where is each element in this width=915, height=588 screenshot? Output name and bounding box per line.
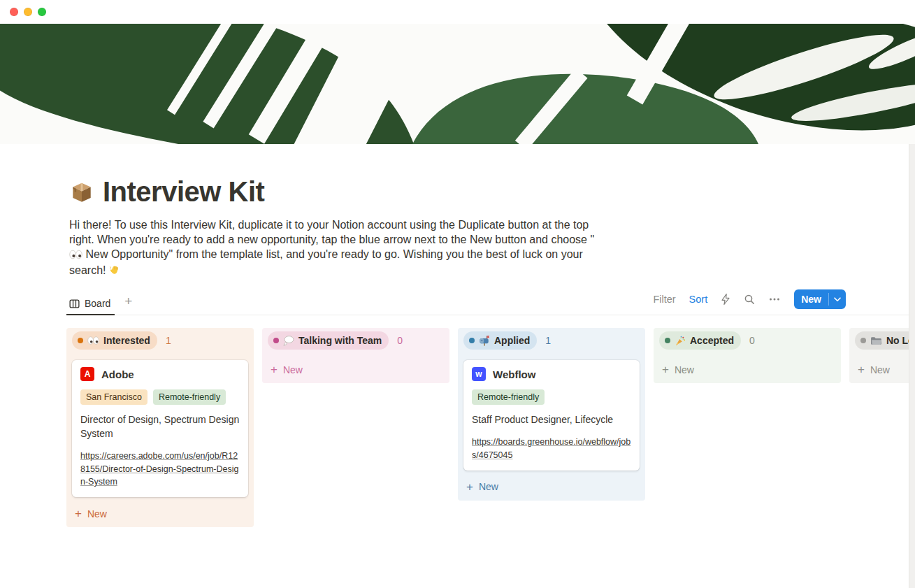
search-icon[interactable]: [744, 294, 755, 305]
card-webflow[interactable]: w Webflow Remote-friendly Staff Product …: [463, 360, 640, 471]
column-label: Applied: [494, 335, 530, 346]
plus-icon: +: [858, 364, 865, 375]
description-text: New Opportunity" from the template list,…: [69, 248, 583, 276]
board-view-icon: [69, 299, 80, 309]
board-column-applied: Applied 1 w Webflow Remote-friendly Staf…: [458, 328, 645, 501]
card-company-name: Webflow: [493, 368, 535, 380]
new-entry-split-button: New: [794, 289, 846, 309]
column-status-pill[interactable]: Applied: [463, 331, 537, 350]
column-header: Talking with Team 0: [268, 331, 444, 350]
plus-icon: +: [466, 481, 473, 493]
add-view-button[interactable]: +: [115, 294, 136, 315]
column-header: Applied 1: [463, 331, 640, 350]
add-card-button[interactable]: + New: [72, 504, 248, 522]
wave-emoji: [109, 264, 120, 279]
view-toolbar: Filter Sort New: [653, 289, 846, 315]
tab-board-label: Board: [85, 298, 110, 309]
filter-button[interactable]: Filter: [653, 294, 675, 305]
column-count: 1: [545, 335, 551, 346]
add-card-label: New: [870, 364, 890, 375]
window-controls: [10, 8, 46, 16]
card-tags: San Francisco Remote-friendly: [80, 389, 240, 405]
card-company-name: Adobe: [101, 368, 134, 380]
add-card-label: New: [283, 364, 303, 375]
card-role: Staff Product Designer, Lifecycle: [472, 413, 631, 427]
status-dot: [665, 338, 670, 343]
board-column-no-longer-interested: No Longer Interested + New: [849, 328, 915, 383]
status-dot: [78, 338, 83, 343]
thought-balloon-emoji: [283, 336, 294, 346]
card-tags: Remote-friendly: [472, 389, 631, 405]
column-header: Interested 1: [72, 331, 248, 350]
monstera-leaves-illustration: [0, 24, 915, 144]
add-card-label: New: [479, 481, 498, 492]
column-label: Interested: [103, 335, 150, 346]
status-dot: [469, 338, 475, 343]
adobe-logo: A: [80, 367, 94, 381]
sort-button[interactable]: Sort: [689, 294, 708, 305]
tag-san-francisco: San Francisco: [80, 389, 147, 405]
cover-image: [0, 24, 915, 144]
page-header: Interview Kit: [69, 176, 846, 208]
page-description: Hi there! To use this Interview Kit, dup…: [69, 217, 605, 279]
scrollbar-track[interactable]: [909, 144, 915, 588]
mouse-cursor-icon: [854, 138, 915, 144]
eyes-emoji: [69, 248, 82, 263]
zoom-window-button[interactable]: [38, 8, 46, 16]
tag-remote-friendly: Remote-friendly: [153, 389, 226, 405]
status-dot: [860, 338, 866, 343]
party-popper-emoji: [675, 336, 686, 346]
kanban-board: Interested 1 A Adobe San Francisco Remot…: [66, 328, 915, 527]
more-icon[interactable]: [768, 294, 781, 305]
folder-emoji: [870, 336, 882, 345]
window-titlebar: [0, 0, 915, 24]
plus-icon: +: [75, 508, 82, 519]
add-card-button[interactable]: + New: [463, 478, 640, 495]
board-column-talking-with-team: Talking with Team 0 + New: [262, 328, 449, 383]
webflow-logo: w: [472, 367, 486, 381]
add-card-label: New: [675, 364, 694, 375]
column-label: Talking with Team: [298, 335, 382, 346]
card-adobe[interactable]: A Adobe San Francisco Remote-friendly Di…: [72, 360, 248, 497]
status-dot: [273, 338, 279, 343]
card-job-link[interactable]: https://boards.greenhouse.io/webflow/job…: [472, 436, 631, 462]
add-card-button[interactable]: + New: [268, 360, 444, 378]
column-status-pill[interactable]: Talking with Team: [268, 331, 389, 350]
column-header: Accepted 0: [659, 331, 835, 350]
plus-icon: +: [662, 364, 669, 375]
card-job-link[interactable]: https://careers.adobe.com/us/en/job/R128…: [80, 450, 240, 489]
column-count: 0: [397, 335, 403, 346]
column-count: 0: [749, 335, 755, 346]
add-card-button[interactable]: + New: [855, 360, 915, 378]
page-title: Interview Kit: [103, 176, 264, 208]
plus-icon: +: [271, 364, 278, 375]
column-header: No Longer Interested: [855, 331, 915, 350]
column-count: 1: [166, 335, 171, 346]
board-column-interested: Interested 1 A Adobe San Francisco Remot…: [66, 328, 254, 527]
card-role: Director of Design, Spectrum Design Syst…: [80, 413, 240, 441]
close-window-button[interactable]: [10, 8, 18, 16]
column-status-pill[interactable]: Accepted: [659, 331, 741, 350]
column-label: Accepted: [690, 335, 734, 346]
view-tab-bar: Board + Filter Sort New: [66, 293, 909, 315]
lightning-icon[interactable]: [721, 294, 730, 305]
tag-remote-friendly: Remote-friendly: [472, 389, 545, 405]
minimize-window-button[interactable]: [24, 8, 32, 16]
mailbox-emoji: [479, 336, 490, 346]
column-status-pill[interactable]: Interested: [72, 331, 157, 350]
new-entry-button[interactable]: New: [794, 289, 828, 309]
tab-board-view[interactable]: Board: [66, 295, 115, 315]
add-card-label: New: [87, 508, 107, 519]
description-text: Hi there! To use this Interview Kit, dup…: [69, 219, 594, 245]
eyes-emoji: [87, 336, 99, 345]
board-column-accepted: Accepted 0 + New: [654, 328, 841, 383]
column-status-pill[interactable]: No Longer Interested: [855, 331, 915, 350]
chevron-down-icon[interactable]: [829, 289, 846, 309]
package-emoji[interactable]: [69, 180, 94, 205]
add-card-button[interactable]: + New: [659, 360, 835, 378]
